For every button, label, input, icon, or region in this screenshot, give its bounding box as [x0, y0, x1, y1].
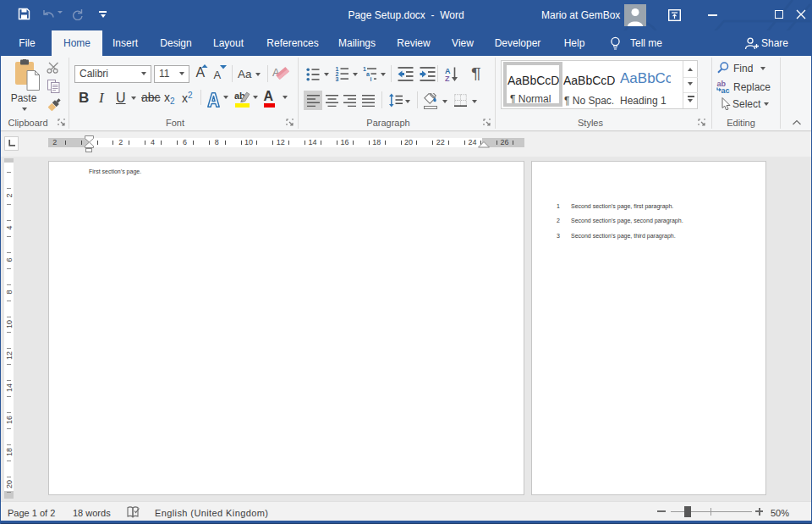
svg-text:A: A: [445, 67, 451, 75]
svg-text:3: 3: [336, 76, 339, 81]
svg-text:Z: Z: [445, 74, 450, 82]
svg-text:ac: ac: [721, 86, 730, 94]
svg-text:i: i: [370, 76, 372, 81]
svg-text:a: a: [366, 71, 370, 77]
